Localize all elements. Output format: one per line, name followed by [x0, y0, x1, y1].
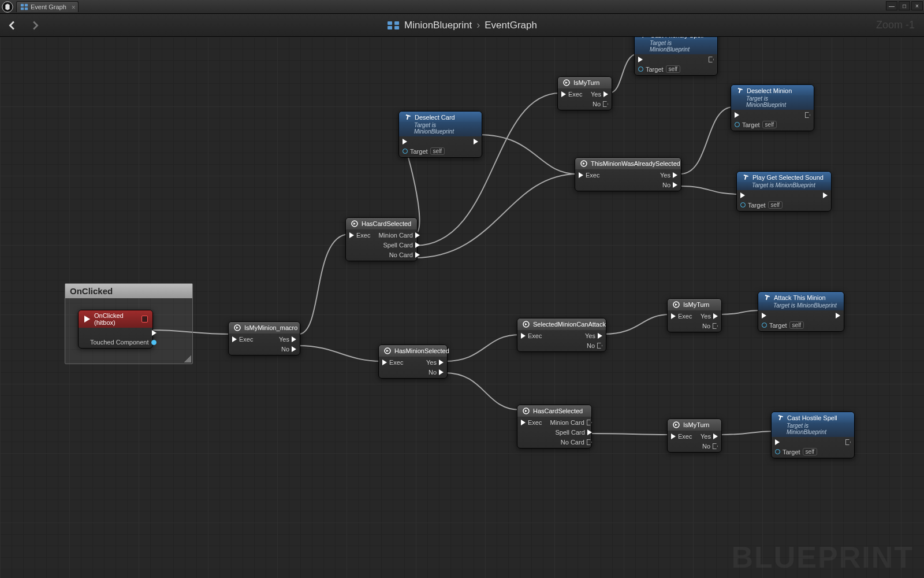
- exec-out-pin[interactable]: [805, 112, 810, 118]
- node-deselect-minion[interactable]: Deselect Minion Target is MinionBlueprin…: [731, 84, 814, 131]
- nocard-pin[interactable]: No Card: [378, 251, 419, 258]
- exec-out-pin[interactable]: [474, 139, 478, 144]
- node-subtitle: Target is MinionBlueprint: [772, 423, 854, 437]
- no-pin[interactable]: No: [426, 369, 444, 376]
- exec-in-pin[interactable]: [735, 112, 777, 118]
- exec-in-pin[interactable]: [638, 57, 680, 62]
- comment-resize-handle[interactable]: [184, 355, 191, 362]
- exec-in-pin[interactable]: [775, 439, 817, 445]
- node-subtitle: Target is MinionBlueprint: [737, 182, 831, 190]
- breadcrumb-graph[interactable]: EventGraph: [485, 20, 537, 31]
- tab-close-icon[interactable]: ×: [72, 3, 76, 12]
- titlebar: Event Graph × — □ ×: [0, 0, 924, 14]
- exec-in-pin[interactable]: Exec: [671, 313, 692, 320]
- node-subtitle: Target is MinionBlueprint: [731, 95, 814, 110]
- node-ismyturn-2[interactable]: IsMyTurn Exec Yes No: [667, 298, 722, 332]
- target-pin[interactable]: Targetself: [638, 65, 680, 73]
- yes-pin[interactable]: Yes: [591, 91, 608, 98]
- svg-rect-5: [388, 21, 392, 25]
- yes-pin[interactable]: Yes: [660, 172, 677, 179]
- exec-out-pin[interactable]: [709, 57, 714, 62]
- minioncard-pin[interactable]: Minion Card: [550, 419, 591, 426]
- exec-in-pin[interactable]: Exec: [382, 359, 403, 366]
- node-hasminion[interactable]: HasMinionSelected Exec Yes No: [378, 344, 448, 379]
- node-thisminion-selected[interactable]: ThisMinionWasAlreadySelected Exec Yes No: [575, 157, 681, 191]
- breadcrumb-sep: ›: [476, 19, 480, 31]
- nav-forward-button[interactable]: [25, 16, 44, 35]
- window-maximize[interactable]: □: [899, 1, 910, 10]
- exec-in-pin[interactable]: Exec: [671, 433, 692, 440]
- function-icon: [404, 113, 412, 121]
- macro-icon: [233, 324, 241, 332]
- no-pin[interactable]: No: [279, 346, 296, 353]
- exec-in-pin[interactable]: Exec: [561, 91, 582, 98]
- target-pin[interactable]: Targetself: [735, 121, 777, 128]
- nav-back-button[interactable]: [3, 16, 22, 35]
- node-title: OnClicked (hitbox): [94, 312, 139, 326]
- node-play-sound[interactable]: Play Get Selected Sound Target is Minion…: [736, 171, 832, 212]
- target-pin[interactable]: Targetself: [403, 147, 445, 155]
- yes-pin[interactable]: Yes: [279, 336, 296, 343]
- yes-pin[interactable]: Yes: [426, 359, 444, 366]
- exec-in-pin[interactable]: [403, 139, 445, 144]
- svg-rect-8: [394, 26, 399, 29]
- breadcrumb-blueprint[interactable]: MinionBlueprint: [404, 20, 472, 31]
- svg-rect-2: [25, 4, 28, 6]
- no-pin[interactable]: No: [585, 342, 602, 349]
- touched-component-pin[interactable]: Touched Component: [90, 339, 157, 346]
- macro-icon: [580, 160, 588, 168]
- toolbar: MinionBlueprint › EventGraph Zoom -1: [0, 14, 924, 37]
- node-hascardselected-1[interactable]: HasCardSelected Exec Minion Card Spell C…: [345, 217, 418, 261]
- exec-in-pin[interactable]: Exec: [521, 332, 542, 339]
- no-pin[interactable]: No: [660, 181, 677, 188]
- yes-pin[interactable]: Yes: [701, 313, 718, 320]
- node-title: Attack This Minion: [774, 294, 826, 301]
- spellcard-pin[interactable]: Spell Card: [550, 429, 591, 436]
- exec-in-pin[interactable]: [740, 192, 783, 198]
- node-deselect-card[interactable]: Deselect Card Target is MinionBlueprint …: [398, 111, 482, 158]
- node-cast-friendly-spell[interactable]: Cast Friendly Spell Target is MinionBlue…: [634, 37, 718, 76]
- nocard-pin[interactable]: No Card: [550, 439, 591, 446]
- node-title: HasCardSelected: [362, 220, 411, 227]
- no-pin[interactable]: No: [701, 443, 718, 450]
- node-cast-hostile[interactable]: Cast Hostile Spell Target is MinionBluep…: [771, 412, 855, 458]
- exec-out-pin[interactable]: [836, 313, 840, 318]
- window-minimize[interactable]: —: [886, 1, 897, 10]
- yes-pin[interactable]: Yes: [585, 332, 602, 339]
- node-ismyturn-3[interactable]: IsMyTurn Exec Yes No: [667, 418, 722, 453]
- target-pin[interactable]: Targetself: [775, 448, 817, 455]
- node-hascardselected-2[interactable]: HasCardSelected Exec Minion Card Spell C…: [517, 405, 592, 449]
- target-pin[interactable]: Targetself: [762, 321, 804, 329]
- node-title: Deselect Minion: [747, 87, 792, 94]
- node-ismyminion[interactable]: IsMyMinion_macro Exec Yes No: [228, 321, 300, 355]
- window-close[interactable]: ×: [911, 1, 923, 10]
- exec-out-pin[interactable]: [845, 439, 851, 445]
- exec-in-pin[interactable]: Exec: [521, 419, 542, 426]
- exec-in-pin[interactable]: [762, 313, 804, 318]
- graph-canvas[interactable]: OnClicked OnClicked (hitbox) Touched Com…: [0, 37, 924, 578]
- node-attack[interactable]: Attack This Minion Target is MinionBluep…: [758, 291, 844, 332]
- spellcard-pin[interactable]: Spell Card: [378, 242, 419, 249]
- node-onclicked[interactable]: OnClicked (hitbox) Touched Component: [78, 310, 153, 349]
- graph-icon: [20, 3, 28, 11]
- exec-out-pin[interactable]: [823, 192, 828, 198]
- node-title: Deselect Card: [415, 114, 455, 121]
- no-pin[interactable]: No: [591, 101, 608, 108]
- tab-event-graph[interactable]: Event Graph ×: [16, 1, 79, 12]
- no-pin[interactable]: No: [701, 323, 718, 329]
- exec-in-pin[interactable]: Exec: [232, 336, 253, 343]
- node-title: Cast Hostile Spell: [787, 414, 837, 421]
- yes-pin[interactable]: Yes: [701, 433, 718, 440]
- exec-in-pin[interactable]: Exec: [579, 172, 599, 179]
- node-ismyturn-1[interactable]: IsMyTurn Exec Yes No: [557, 76, 612, 110]
- node-title: IsMyTurn: [573, 79, 599, 86]
- node-canattack[interactable]: SelectedMinionCanAttack Exec Yes No: [517, 318, 606, 352]
- minioncard-pin[interactable]: Minion Card: [378, 232, 419, 239]
- function-icon: [639, 37, 647, 39]
- delegate-pin[interactable]: [141, 316, 148, 323]
- function-icon: [736, 87, 744, 95]
- exec-out-pin[interactable]: [90, 330, 157, 336]
- exec-in-pin[interactable]: Exec: [349, 232, 370, 239]
- target-pin[interactable]: Targetself: [740, 201, 783, 209]
- node-title: IsMyTurn: [683, 301, 709, 308]
